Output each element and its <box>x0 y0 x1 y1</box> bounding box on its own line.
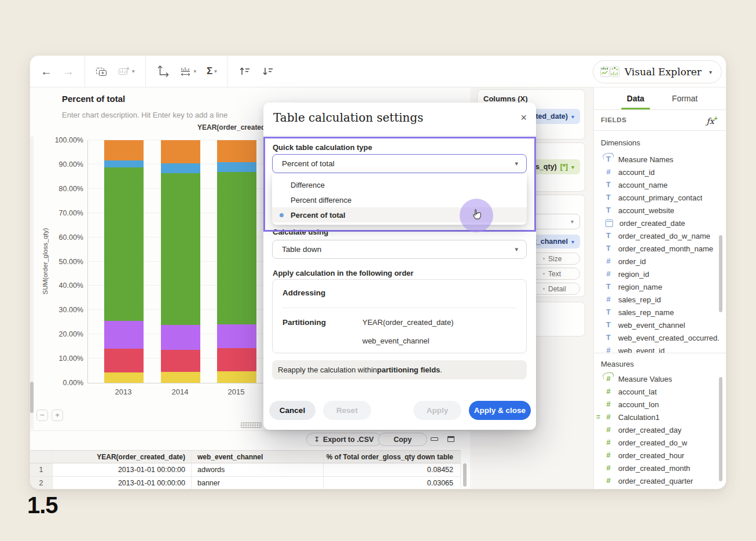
bar-segment-purple[interactable] <box>217 324 256 348</box>
table-scrollbar-thumb[interactable] <box>463 463 467 487</box>
bar-segment-green[interactable] <box>217 172 256 325</box>
copy-button[interactable]: Copy <box>378 433 427 446</box>
field-label: web_event_channel <box>618 321 685 330</box>
y-tick-label: 80.00% <box>59 185 83 193</box>
field-item[interactable]: =#Calculation1 <box>594 411 719 423</box>
transpose-axes-button[interactable] <box>156 65 169 78</box>
cancel-button[interactable]: Cancel <box>269 401 315 420</box>
aggregate-button[interactable]: Σ ▾ <box>207 65 217 77</box>
field-item[interactable]: #sales_rep_id <box>594 293 719 306</box>
sort-ascending-button[interactable] <box>238 66 251 76</box>
field-label: region_name <box>618 283 662 291</box>
bar-segment-green[interactable] <box>161 173 200 325</box>
reset-button[interactable]: Reset <box>323 401 371 420</box>
bar-width-button[interactable]: ▾ <box>179 65 197 78</box>
duplicate-chart-button[interactable] <box>96 65 108 78</box>
measures-list: #Measure Values#account_lat#account_lon=… <box>594 372 719 489</box>
field-item[interactable]: Tweb_event_created_occurred... <box>594 331 719 344</box>
apply-close-button[interactable]: Apply & close <box>469 401 531 420</box>
field-item[interactable]: TMeasure Names <box>594 153 719 166</box>
bar-segment-orange[interactable] <box>161 140 200 163</box>
chevron-down-icon: ▾ <box>515 246 518 253</box>
close-icon[interactable]: × <box>520 112 527 123</box>
results-table-section: ↧ Export to .CSV Copy YEAR(order_created… <box>30 430 471 489</box>
tab-data[interactable]: Data <box>621 87 650 109</box>
text-icon: T <box>604 283 612 291</box>
field-item[interactable]: #order_id <box>594 255 719 268</box>
dropdown-option-difference[interactable]: Difference <box>272 177 527 192</box>
x-category-label: 2015 <box>216 388 256 396</box>
field-label: order_created_hour <box>618 451 684 460</box>
order-section-label: Apply calculation in the following order <box>273 269 413 277</box>
bar-segment-green[interactable] <box>104 167 144 321</box>
bar-segment-blue[interactable] <box>217 162 256 172</box>
calculate-using-select[interactable]: Table down ▾ <box>272 240 527 259</box>
chart-description-placeholder[interactable]: Enter chart description. Hit Enter key t… <box>62 111 227 119</box>
zoom-in-button[interactable]: + <box>52 410 63 421</box>
panel-tabs: Data Format <box>594 87 726 110</box>
remove-chart-button[interactable]: ▾ <box>118 65 135 77</box>
x-category-label: 2014 <box>160 388 200 396</box>
field-item[interactable]: Taccount_primary_contact <box>594 191 719 204</box>
bar-segment-yellow[interactable] <box>217 371 256 383</box>
minimize-table-icon[interactable] <box>431 437 438 441</box>
measures-scrollbar-thumb[interactable] <box>719 377 722 481</box>
bar-segment-yellow[interactable] <box>104 372 144 383</box>
field-item[interactable]: #account_id <box>594 166 719 178</box>
field-item[interactable]: #order_created_month <box>594 462 719 474</box>
dropdown-option-percent-of-total[interactable]: Percent of total <box>272 207 527 222</box>
field-item[interactable]: #account_lat <box>594 385 719 398</box>
bar-segment-yellow[interactable] <box>161 372 200 383</box>
field-item[interactable]: #region_id <box>594 268 719 280</box>
field-label: Measure Values <box>618 375 672 383</box>
tab-format[interactable]: Format <box>668 87 702 109</box>
dimensions-scrollbar-thumb[interactable] <box>719 235 722 312</box>
field-item[interactable]: #order_created_day <box>594 423 719 436</box>
table-row[interactable]: 12013-01-01 00:00:00adwords0.08452 <box>30 463 461 477</box>
apply-button[interactable]: Apply <box>413 401 461 420</box>
field-item[interactable]: Taccount_name <box>594 178 719 191</box>
vertical-scrollbar-thumb[interactable] <box>30 382 34 413</box>
table-cell: 0.08452 <box>324 463 461 476</box>
sort-descending-button[interactable] <box>262 66 274 76</box>
bar-segment-orange[interactable] <box>104 140 144 160</box>
bar-segment-blue[interactable] <box>104 160 144 167</box>
app-switcher-button[interactable]: Visual Explorer ▾ <box>593 60 722 83</box>
field-label: order_created_day <box>618 426 681 434</box>
bar-segment-orange[interactable] <box>217 140 256 162</box>
maximize-table-icon[interactable] <box>447 436 454 442</box>
dropdown-option-percent-difference[interactable]: Percent difference <box>272 192 527 207</box>
bar-segment-blue[interactable] <box>161 163 200 173</box>
zoom-out-button[interactable]: − <box>36 410 48 421</box>
field-item[interactable]: #order_created_do_w <box>594 436 719 449</box>
bar-segment-red[interactable] <box>161 350 200 372</box>
field-item[interactable]: Tsales_rep_name <box>594 306 719 319</box>
field-label: Calculation1 <box>618 413 660 422</box>
forward-button[interactable]: → <box>63 65 74 77</box>
quick-type-select[interactable]: Percent of total ▾ <box>272 154 527 173</box>
bar-segment-purple[interactable] <box>161 325 200 349</box>
field-item[interactable]: Tweb_event_channel <box>594 319 719 331</box>
back-button[interactable]: ← <box>41 65 52 77</box>
field-item[interactable]: #web_event_id <box>594 344 719 353</box>
field-item[interactable]: order_created_date <box>594 217 719 229</box>
sort-ascending-icon <box>238 66 251 76</box>
calculate-using-label: Calculate using <box>273 228 328 236</box>
table-row[interactable]: 22013-01-01 00:00:00banner0.03065 <box>30 477 461 489</box>
visual-explorer-icon <box>600 66 619 78</box>
chart-title[interactable]: Percent of total <box>62 94 125 104</box>
bar-segment-red[interactable] <box>217 348 256 371</box>
field-item[interactable]: Taccount_website <box>594 204 719 217</box>
field-item[interactable]: Torder_created_month_name <box>594 242 719 255</box>
field-item[interactable]: #order_created_quarter <box>594 474 719 487</box>
bar-segment-red[interactable] <box>104 349 144 372</box>
bar-segment-purple[interactable] <box>104 321 144 349</box>
field-item[interactable]: #Measure Values <box>594 372 719 385</box>
field-item[interactable]: Tregion_name <box>594 280 719 293</box>
export-csv-button[interactable]: ↧ Export to .CSV <box>306 433 381 446</box>
field-item[interactable]: Torder_created_do_w_name <box>594 229 719 242</box>
add-calculation-icon[interactable]: ƒx+ <box>706 115 718 126</box>
field-item[interactable]: #order_created_hour <box>594 449 719 462</box>
horizontal-scrollbar-handle[interactable] <box>241 422 262 428</box>
field-item[interactable]: #account_lon <box>594 398 719 411</box>
